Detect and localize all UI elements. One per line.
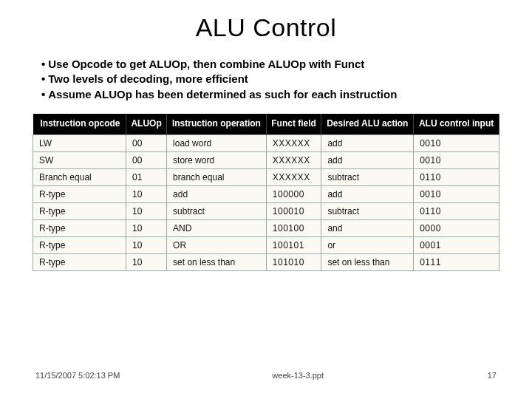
table-row: Branch equal01branch equalXXXXXXsubtract… bbox=[33, 168, 499, 185]
table-cell: 10 bbox=[126, 219, 167, 236]
table-cell: R-type bbox=[33, 253, 126, 270]
table-cell: 0010 bbox=[414, 151, 499, 168]
table-cell: add bbox=[167, 185, 267, 202]
bullet-list: Use Opcode to get ALUOp, then combine AL… bbox=[41, 57, 502, 102]
table-row: R-type10subtract100010subtract0110 bbox=[33, 202, 499, 219]
table-cell: 10 bbox=[126, 202, 167, 219]
table-cell: R-type bbox=[33, 202, 126, 219]
table-cell: LW bbox=[33, 134, 126, 151]
table-cell: 01 bbox=[126, 168, 167, 185]
table-cell: R-type bbox=[33, 185, 126, 202]
table-cell: subtract bbox=[321, 168, 414, 185]
table-cell: 10 bbox=[126, 185, 167, 202]
table-row: SW00store wordXXXXXXadd0010 bbox=[33, 151, 499, 168]
table-cell: 0010 bbox=[414, 134, 499, 151]
alu-control-table-wrap: Instruction opcode ALUOp Instruction ope… bbox=[33, 114, 499, 271]
table-cell: and bbox=[321, 219, 414, 236]
col-action: Desired ALU action bbox=[321, 114, 414, 134]
table-cell: R-type bbox=[33, 236, 126, 253]
col-funct: Funct field bbox=[266, 114, 321, 134]
table-cell: 101010 bbox=[266, 253, 321, 270]
table-cell: add bbox=[321, 151, 414, 168]
table-cell: 0111 bbox=[414, 253, 499, 270]
footer-filename: week-13-3.ppt bbox=[120, 371, 476, 380]
table-row: R-type10add100000add0010 bbox=[33, 185, 499, 202]
bullet-item: Assume ALUOp has been determined as such… bbox=[41, 87, 502, 102]
table-cell: subtract bbox=[167, 202, 267, 219]
table-cell: 00 bbox=[126, 151, 167, 168]
table-cell: add bbox=[321, 134, 414, 151]
table-row: R-type10set on less than101010set on les… bbox=[33, 253, 499, 270]
table-cell: load word bbox=[167, 134, 267, 151]
table-cell: subtract bbox=[321, 202, 414, 219]
table-cell: set on less than bbox=[167, 253, 267, 270]
footer-page-number: 17 bbox=[476, 371, 497, 380]
table-cell: XXXXXX bbox=[266, 134, 321, 151]
table-cell: store word bbox=[167, 151, 267, 168]
bullet-item: Use Opcode to get ALUOp, then combine AL… bbox=[41, 57, 502, 72]
table-cell: 0110 bbox=[414, 202, 499, 219]
table-cell: AND bbox=[167, 219, 267, 236]
table-cell: set on less than bbox=[321, 253, 414, 270]
footer-timestamp: 11/15/2007 5:02:13 PM bbox=[35, 371, 120, 380]
table-cell: branch equal bbox=[167, 168, 267, 185]
table-cell: XXXXXX bbox=[266, 151, 321, 168]
table-cell: XXXXXX bbox=[266, 168, 321, 185]
col-control: ALU control input bbox=[414, 114, 499, 134]
table-cell: 100000 bbox=[266, 185, 321, 202]
table-row: R-type10AND100100and0000 bbox=[33, 219, 499, 236]
table-cell: R-type bbox=[33, 219, 126, 236]
col-opcode: Instruction opcode bbox=[33, 114, 126, 134]
col-op: Instruction operation bbox=[167, 114, 267, 134]
table-cell: 0010 bbox=[414, 185, 499, 202]
table-cell: 100100 bbox=[266, 219, 321, 236]
table-cell: 00 bbox=[126, 134, 167, 151]
table-cell: Branch equal bbox=[33, 168, 126, 185]
alu-control-table: Instruction opcode ALUOp Instruction ope… bbox=[33, 114, 499, 271]
table-cell: 0000 bbox=[414, 219, 499, 236]
table-cell: or bbox=[321, 236, 414, 253]
table-cell: 100101 bbox=[266, 236, 321, 253]
table-cell: add bbox=[321, 185, 414, 202]
table-cell: 10 bbox=[126, 236, 167, 253]
table-cell: 0001 bbox=[414, 236, 499, 253]
table-row: R-type10OR100101or0001 bbox=[33, 236, 499, 253]
table-cell: SW bbox=[33, 151, 126, 168]
page-title: ALU Control bbox=[30, 13, 502, 42]
table-row: LW00load wordXXXXXXadd0010 bbox=[33, 134, 499, 151]
table-cell: OR bbox=[167, 236, 267, 253]
slide-footer: 11/15/2007 5:02:13 PM week-13-3.ppt 17 bbox=[0, 371, 532, 380]
table-cell: 10 bbox=[126, 253, 167, 270]
table-cell: 0110 bbox=[414, 168, 499, 185]
table-cell: 100010 bbox=[266, 202, 321, 219]
bullet-item: Two levels of decoding, more efficient bbox=[41, 72, 502, 86]
table-header-row: Instruction opcode ALUOp Instruction ope… bbox=[33, 114, 499, 134]
col-aluop: ALUOp bbox=[126, 114, 167, 134]
slide: ALU Control Use Opcode to get ALUOp, the… bbox=[0, 0, 532, 399]
